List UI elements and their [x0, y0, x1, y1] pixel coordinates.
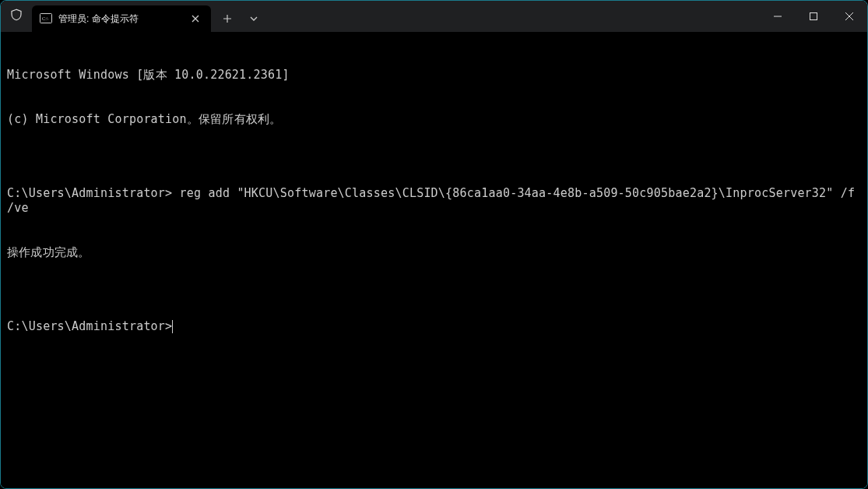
new-tab-button[interactable]	[214, 7, 241, 30]
close-window-button[interactable]	[831, 1, 867, 32]
svg-text:C:\: C:\	[42, 16, 48, 21]
terminal-line: C:\Users\Administrator> reg add "HKCU\So…	[7, 186, 861, 216]
window-controls	[760, 1, 867, 32]
tab-close-button[interactable]	[188, 11, 203, 26]
terminal-prompt-line: C:\Users\Administrator>	[7, 319, 861, 334]
app-icon-area	[1, 1, 32, 32]
terminal-prompt: C:\Users\Administrator>	[7, 319, 172, 333]
plus-icon	[223, 14, 232, 23]
terminal-line: Microsoft Windows [版本 10.0.22621.2361]	[7, 68, 861, 83]
text-cursor	[172, 320, 173, 333]
tab-active[interactable]: C:\ 管理员: 命令提示符	[32, 5, 211, 32]
terminal-line: 操作成功完成。	[7, 245, 861, 260]
cmd-icon: C:\	[40, 12, 52, 25]
terminal-area[interactable]: Microsoft Windows [版本 10.0.22621.2361] (…	[1, 32, 867, 488]
tab-dropdown-button[interactable]	[241, 7, 267, 30]
close-icon	[845, 12, 853, 20]
svg-rect-7	[810, 13, 817, 20]
minimize-icon	[774, 12, 782, 20]
maximize-icon	[810, 12, 817, 20]
maximize-button[interactable]	[796, 1, 831, 32]
titlebar-drag-area[interactable]	[267, 1, 760, 32]
tab-actions	[214, 1, 267, 32]
close-icon	[192, 15, 199, 23]
tab-title: 管理员: 命令提示符	[58, 12, 181, 26]
minimize-button[interactable]	[760, 1, 796, 32]
terminal-line: (c) Microsoft Corporation。保留所有权利。	[7, 112, 861, 127]
chevron-down-icon	[249, 14, 258, 23]
shield-icon	[9, 8, 23, 25]
titlebar: C:\ 管理员: 命令提示符	[1, 1, 867, 32]
